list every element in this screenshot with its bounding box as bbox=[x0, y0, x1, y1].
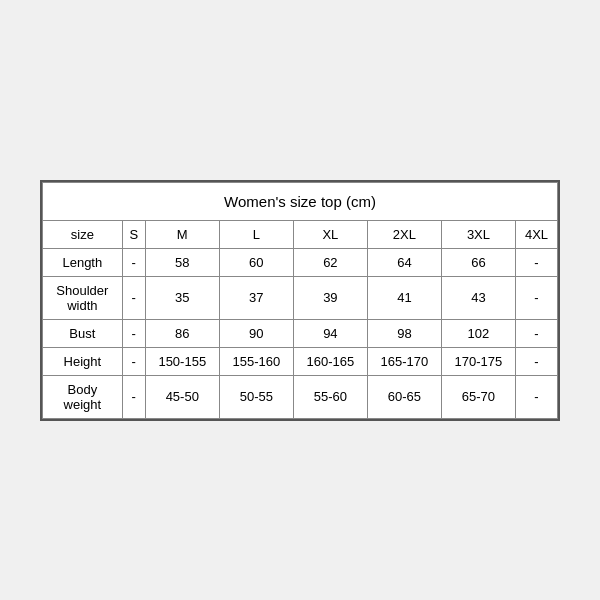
column-header-4XL: 4XL bbox=[515, 220, 557, 248]
cell-r4-c1: 45-50 bbox=[145, 375, 219, 418]
table-title: Women's size top (cm) bbox=[43, 182, 558, 220]
cell-r1-c0: - bbox=[122, 276, 145, 319]
column-header-row: sizeSMLXL2XL3XL4XL bbox=[43, 220, 558, 248]
cell-r2-c5: 102 bbox=[441, 319, 515, 347]
cell-r3-c3: 160-165 bbox=[293, 347, 367, 375]
cell-r4-c0: - bbox=[122, 375, 145, 418]
cell-r1-c6: - bbox=[515, 276, 557, 319]
cell-r2-c1: 86 bbox=[145, 319, 219, 347]
cell-r1-c3: 39 bbox=[293, 276, 367, 319]
cell-r4-c2: 50-55 bbox=[219, 375, 293, 418]
cell-r0-c2: 60 bbox=[219, 248, 293, 276]
table-row: Bust-86909498102- bbox=[43, 319, 558, 347]
cell-r2-c0: - bbox=[122, 319, 145, 347]
row-label-1: Shoulder width bbox=[43, 276, 123, 319]
cell-r0-c4: 64 bbox=[367, 248, 441, 276]
cell-r0-c3: 62 bbox=[293, 248, 367, 276]
cell-r1-c4: 41 bbox=[367, 276, 441, 319]
table-row: Length-5860626466- bbox=[43, 248, 558, 276]
row-label-0: Length bbox=[43, 248, 123, 276]
table-row: Shoulder width-3537394143- bbox=[43, 276, 558, 319]
cell-r1-c5: 43 bbox=[441, 276, 515, 319]
column-header-2XL: 2XL bbox=[367, 220, 441, 248]
cell-r4-c5: 65-70 bbox=[441, 375, 515, 418]
size-chart-wrapper: Women's size top (cm) sizeSMLXL2XL3XL4XL… bbox=[40, 180, 560, 421]
cell-r3-c6: - bbox=[515, 347, 557, 375]
cell-r1-c2: 37 bbox=[219, 276, 293, 319]
column-header-S: S bbox=[122, 220, 145, 248]
cell-r2-c3: 94 bbox=[293, 319, 367, 347]
cell-r3-c5: 170-175 bbox=[441, 347, 515, 375]
cell-r3-c4: 165-170 bbox=[367, 347, 441, 375]
title-row: Women's size top (cm) bbox=[43, 182, 558, 220]
cell-r3-c2: 155-160 bbox=[219, 347, 293, 375]
cell-r0-c5: 66 bbox=[441, 248, 515, 276]
cell-r1-c1: 35 bbox=[145, 276, 219, 319]
cell-r2-c2: 90 bbox=[219, 319, 293, 347]
cell-r0-c6: - bbox=[515, 248, 557, 276]
column-header-3XL: 3XL bbox=[441, 220, 515, 248]
table-row: Height-150-155155-160160-165165-170170-1… bbox=[43, 347, 558, 375]
column-header-size: size bbox=[43, 220, 123, 248]
cell-r0-c0: - bbox=[122, 248, 145, 276]
table-row: Body weight-45-5050-5555-6060-6565-70- bbox=[43, 375, 558, 418]
cell-r4-c6: - bbox=[515, 375, 557, 418]
cell-r4-c4: 60-65 bbox=[367, 375, 441, 418]
column-header-M: M bbox=[145, 220, 219, 248]
column-header-XL: XL bbox=[293, 220, 367, 248]
column-header-L: L bbox=[219, 220, 293, 248]
cell-r2-c6: - bbox=[515, 319, 557, 347]
cell-r2-c4: 98 bbox=[367, 319, 441, 347]
cell-r4-c3: 55-60 bbox=[293, 375, 367, 418]
row-label-4: Body weight bbox=[43, 375, 123, 418]
row-label-3: Height bbox=[43, 347, 123, 375]
cell-r0-c1: 58 bbox=[145, 248, 219, 276]
cell-r3-c0: - bbox=[122, 347, 145, 375]
cell-r3-c1: 150-155 bbox=[145, 347, 219, 375]
size-chart-table: Women's size top (cm) sizeSMLXL2XL3XL4XL… bbox=[42, 182, 558, 419]
row-label-2: Bust bbox=[43, 319, 123, 347]
